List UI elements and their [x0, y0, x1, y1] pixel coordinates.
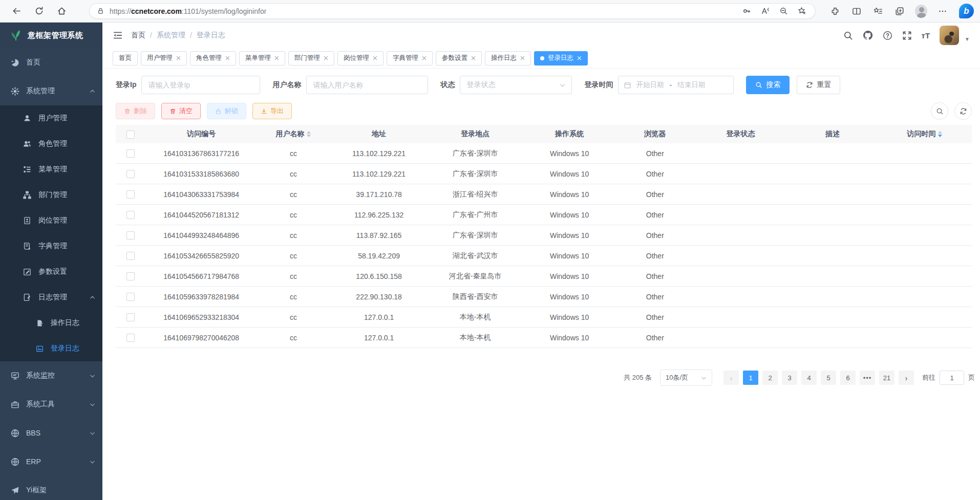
- prev-page-button[interactable]: ‹: [723, 371, 739, 385]
- sort-caret-icon[interactable]: [307, 129, 311, 139]
- sidebar-item-dept-mgmt[interactable]: 部门管理: [0, 182, 102, 208]
- refresh-table-button[interactable]: [954, 102, 972, 120]
- tab-menu-mgmt[interactable]: 菜单管理: [239, 51, 285, 66]
- user-avatar[interactable]: [940, 26, 959, 45]
- row-checkbox[interactable]: [126, 293, 135, 301]
- copilot-icon[interactable]: b: [959, 4, 974, 18]
- sidebar-item-system-mgmt[interactable]: 系统管理: [0, 77, 102, 105]
- row-checkbox[interactable]: [126, 313, 135, 321]
- tab-dept-mgmt[interactable]: 部门管理: [288, 51, 334, 66]
- sidebar-item-param-settings[interactable]: 参数设置: [0, 259, 102, 285]
- page-size-select[interactable]: 10条/页: [660, 369, 712, 386]
- more-icon[interactable]: [932, 3, 953, 20]
- status-select[interactable]: 登录状态: [460, 76, 572, 94]
- extensions-icon[interactable]: [825, 3, 845, 20]
- tab-login-log[interactable]: 登录日志: [534, 51, 588, 66]
- cell-username: cc: [257, 293, 330, 301]
- login-ip-input[interactable]: [141, 76, 260, 94]
- row-checkbox[interactable]: [126, 334, 135, 342]
- tab-role-mgmt[interactable]: 角色管理: [190, 51, 236, 66]
- row-checkbox[interactable]: [126, 252, 135, 260]
- export-button[interactable]: 导出: [252, 103, 292, 119]
- split-screen-icon[interactable]: [846, 3, 867, 20]
- close-tab-icon[interactable]: [176, 56, 181, 60]
- close-tab-icon[interactable]: [520, 56, 525, 60]
- sidebar-item-erp[interactable]: ERP: [0, 447, 102, 476]
- sidebar-item-menu-mgmt[interactable]: 菜单管理: [0, 157, 102, 182]
- sidebar-item-bbs[interactable]: BBS: [0, 419, 102, 447]
- row-checkbox[interactable]: [126, 170, 135, 178]
- search-button[interactable]: 搜索: [746, 76, 790, 94]
- search-icon[interactable]: [843, 31, 853, 40]
- date-range-picker[interactable]: 开始日期 - 结束日期: [618, 76, 734, 94]
- help-icon[interactable]: [883, 31, 892, 40]
- sidebar-item-system-tools[interactable]: 系统工具: [0, 390, 102, 419]
- page-button-21[interactable]: 21: [879, 371, 894, 385]
- show-search-button[interactable]: [931, 102, 948, 120]
- delete-button[interactable]: 删除: [116, 103, 155, 119]
- close-tab-icon[interactable]: [373, 56, 377, 60]
- more-pages-button[interactable]: •••: [860, 371, 875, 385]
- tab-post-mgmt[interactable]: 岗位管理: [337, 51, 384, 66]
- close-tab-icon[interactable]: [422, 56, 427, 60]
- favorites-hub-icon[interactable]: [868, 3, 888, 20]
- sidebar-item-post-mgmt[interactable]: 岗位管理: [0, 208, 102, 233]
- zoom-out-icon[interactable]: [775, 3, 792, 20]
- back-icon[interactable]: [6, 3, 27, 20]
- page-button-5[interactable]: 5: [821, 371, 836, 385]
- tab-operation-log[interactable]: 操作日志: [485, 51, 531, 66]
- sidebar-item-user-mgmt[interactable]: 用户管理: [0, 105, 102, 131]
- sort-caret-icon[interactable]: [938, 129, 942, 139]
- row-checkbox[interactable]: [126, 149, 135, 158]
- close-tab-icon[interactable]: [471, 56, 476, 60]
- sidebar-item-operation-log[interactable]: 操作日志: [0, 310, 102, 336]
- password-key-icon[interactable]: [738, 3, 755, 20]
- favorite-add-icon[interactable]: [794, 3, 810, 20]
- read-aloud-icon[interactable]: [757, 3, 773, 20]
- row-checkbox[interactable]: [126, 231, 135, 240]
- unlock-button[interactable]: 解锁: [207, 103, 246, 119]
- col-username[interactable]: 用户名称: [257, 129, 330, 139]
- sidebar-item-dict-mgmt[interactable]: 字典管理: [0, 233, 102, 259]
- github-icon[interactable]: [863, 30, 873, 40]
- breadcrumb-home[interactable]: 首页: [131, 31, 145, 40]
- username-input[interactable]: [306, 76, 428, 94]
- close-tab-icon[interactable]: [225, 56, 230, 60]
- page-button-3[interactable]: 3: [782, 371, 797, 385]
- close-tab-icon[interactable]: [577, 56, 582, 60]
- clear-button[interactable]: 清空: [161, 103, 201, 119]
- page-button-2[interactable]: 2: [762, 371, 778, 385]
- refresh-icon[interactable]: [29, 3, 49, 20]
- sidebar-item-home[interactable]: 首页: [0, 48, 102, 77]
- sidebar-item-role-mgmt[interactable]: 角色管理: [0, 131, 102, 157]
- browser-profile-icon[interactable]: [911, 3, 931, 20]
- close-tab-icon[interactable]: [274, 56, 279, 60]
- page-button-6[interactable]: 6: [840, 371, 856, 385]
- sidebar-collapse-icon[interactable]: [113, 30, 123, 40]
- reset-button[interactable]: 重置: [797, 76, 840, 94]
- tab-home[interactable]: 首页: [113, 51, 138, 66]
- collections-icon[interactable]: [889, 3, 910, 20]
- sidebar-item-system-monitor[interactable]: 系统监控: [0, 361, 102, 390]
- font-size-icon[interactable]: тT: [922, 31, 930, 40]
- row-checkbox[interactable]: [126, 211, 135, 219]
- sidebar-item-log-mgmt[interactable]: 日志管理: [0, 285, 102, 310]
- next-page-button[interactable]: ›: [899, 371, 914, 385]
- address-bar[interactable]: https://ccnetcore.com:1101/system/log/lo…: [89, 3, 816, 19]
- page-button-4[interactable]: 4: [801, 371, 817, 385]
- sidebar-item-yi-framework[interactable]: Yi框架: [0, 476, 102, 500]
- goto-page-input[interactable]: [940, 371, 964, 385]
- select-all-checkbox[interactable]: [126, 131, 135, 139]
- close-tab-icon[interactable]: [324, 56, 328, 60]
- row-checkbox[interactable]: [126, 190, 135, 199]
- tab-dict-mgmt[interactable]: 字典管理: [387, 51, 433, 66]
- col-access-time[interactable]: 访问时间: [878, 129, 972, 139]
- fullscreen-icon[interactable]: [902, 31, 912, 40]
- page-button-1[interactable]: 1: [743, 371, 758, 385]
- sidebar-item-login-log[interactable]: 登录日志: [0, 336, 102, 361]
- tab-user-mgmt[interactable]: 用户管理: [141, 51, 187, 66]
- breadcrumb-system[interactable]: 系统管理: [157, 31, 185, 40]
- home-icon[interactable]: [51, 3, 72, 20]
- row-checkbox[interactable]: [126, 272, 135, 280]
- tab-param-settings[interactable]: 参数设置: [436, 51, 482, 66]
